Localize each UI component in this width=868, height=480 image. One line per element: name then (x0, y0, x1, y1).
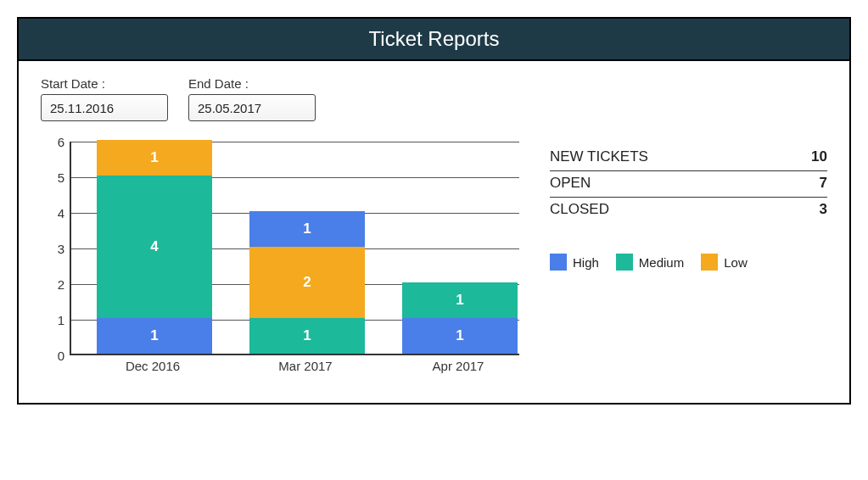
end-date-group: End Date : 25.05.2017 (188, 76, 316, 121)
bar-column: 11 (402, 282, 518, 354)
report-panel: Ticket Reports Start Date : 25.11.2016 E… (17, 17, 851, 405)
stat-label: NEW TICKETS (550, 148, 648, 165)
end-date-input[interactable]: 25.05.2017 (188, 94, 316, 121)
bar-segment: 4 (97, 176, 212, 318)
bar-column: 141 (97, 140, 212, 354)
legend: High Medium Low (550, 254, 827, 271)
legend-label: Low (724, 255, 748, 270)
stat-label: OPEN (550, 175, 591, 192)
x-tick-label: Apr 2017 (400, 359, 516, 373)
y-tick: 3 (41, 242, 64, 256)
start-date-input[interactable]: 25.11.2016 (41, 94, 168, 121)
start-date-group: Start Date : 25.11.2016 (41, 76, 168, 121)
legend-label: Medium (639, 255, 684, 270)
bar-segment: 1 (249, 318, 365, 354)
x-axis: Dec 2016Mar 2017Apr 2017 (70, 359, 519, 379)
y-tick: 2 (41, 277, 64, 292)
panel-title: Ticket Reports (19, 19, 849, 61)
y-tick: 6 (41, 135, 64, 149)
end-date-value: 25.05.2017 (198, 101, 261, 115)
bar-segment: 1 (402, 282, 518, 318)
legend-low: Low (701, 254, 748, 271)
y-tick: 5 (41, 170, 64, 185)
bar-segment: 2 (249, 247, 365, 318)
stat-label: CLOSED (550, 201, 609, 218)
bar-segment: 1 (249, 211, 365, 247)
stat-value: 3 (820, 201, 827, 218)
bar-segment: 1 (402, 318, 518, 354)
stats-side: NEW TICKETS 10 OPEN 7 CLOSED 3 High (550, 142, 827, 388)
legend-medium: Medium (616, 254, 684, 271)
x-tick-label: Dec 2016 (95, 359, 210, 373)
x-tick-label: Mar 2017 (248, 359, 363, 373)
stat-open: OPEN 7 (550, 171, 827, 198)
start-date-value: 25.11.2016 (50, 101, 114, 115)
legend-label: High (573, 255, 599, 270)
end-date-label: End Date : (188, 76, 316, 91)
swatch-low (701, 254, 718, 271)
swatch-high (550, 254, 567, 271)
legend-high: High (550, 254, 599, 271)
stat-value: 7 (820, 175, 827, 192)
start-date-label: Start Date : (41, 76, 168, 91)
bar-segment: 1 (97, 318, 212, 354)
y-tick: 0 (41, 349, 64, 363)
stat-value: 10 (811, 148, 827, 165)
content-row: 0123456 14112111 Dec 2016Mar 2017Apr 201… (41, 142, 827, 388)
stat-new-tickets: NEW TICKETS 10 (550, 145, 827, 171)
bar-segment: 1 (97, 140, 212, 176)
stacked-bar-chart: 0123456 14112111 Dec 2016Mar 2017Apr 201… (41, 142, 524, 388)
plot-area: 14112111 (70, 142, 519, 355)
stat-closed: CLOSED 3 (550, 198, 827, 223)
swatch-medium (616, 254, 633, 271)
y-tick: 4 (41, 206, 64, 220)
y-axis: 0123456 (41, 142, 64, 355)
date-filter-row: Start Date : 25.11.2016 End Date : 25.05… (41, 76, 827, 121)
bar-column: 121 (249, 211, 365, 354)
y-tick: 1 (41, 313, 64, 327)
panel-body: Start Date : 25.11.2016 End Date : 25.05… (19, 61, 849, 403)
